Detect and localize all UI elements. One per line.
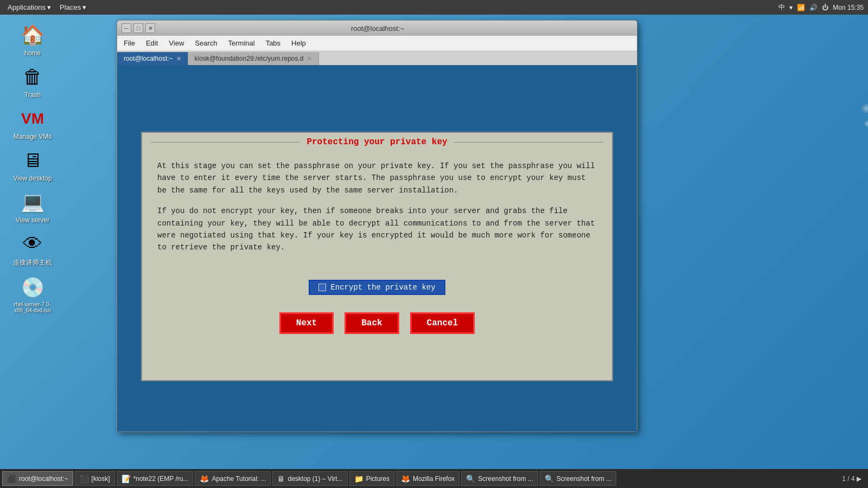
taskbar-terminal-label: root@localhost:~ xyxy=(19,475,68,483)
places-menu[interactable]: Places ▾ xyxy=(56,2,90,12)
taskbar-terminal-icon: ⬛ xyxy=(7,474,16,483)
view-server-icon: 💻 xyxy=(20,189,46,215)
menu-file[interactable]: File xyxy=(119,38,139,48)
topbar-right: 中 ▾ 📶 🔊 ⏻ Mon 15:35 xyxy=(778,3,864,12)
tab-localhost-label: root@localhost:~ xyxy=(124,55,173,62)
power-icon: ⏻ xyxy=(822,4,828,11)
minimize-button[interactable]: ─ xyxy=(122,23,131,33)
applications-menu[interactable]: Applications ▾ xyxy=(4,2,54,12)
cancel-button[interactable]: Cancel xyxy=(410,312,475,334)
topbar: Applications ▾ Places ▾ 中 ▾ 📶 🔊 ⏻ Mon 15… xyxy=(0,0,868,15)
manage-vms-icon: VM xyxy=(20,106,46,132)
taskbar-desktop1-icon: 🖥 xyxy=(277,474,285,483)
iso-icon: 💿 xyxy=(20,274,46,300)
tab-localhost[interactable]: root@localhost:~ ✕ xyxy=(117,52,188,65)
dialog-box: Protecting your private key At this stag… xyxy=(141,132,613,381)
taskbar-desktop1[interactable]: 🖥 desktop (1) – Virt... xyxy=(272,471,347,486)
taskbar-apache-icon: 🦊 xyxy=(200,474,209,483)
taskbar-kiosk[interactable]: ⬛ [kiosk] xyxy=(75,471,115,486)
back-button[interactable]: Back xyxy=(344,312,399,334)
maximize-button[interactable]: □ xyxy=(133,23,143,33)
input-method: 中 xyxy=(778,3,785,12)
terminal-window: ─ □ ✕ root@localhost:~ File Edit View Se… xyxy=(117,20,637,432)
desktop-icon-trash[interactable]: 🗑 Trash xyxy=(5,62,60,101)
dialog-body: At this stage you can set the passphrase… xyxy=(142,151,612,271)
desktop-icon-view-server[interactable]: 💻 View server xyxy=(5,187,60,226)
topbar-arrow: ▾ xyxy=(789,4,793,11)
taskbar-note22-label: *note22 (EMP /ru... xyxy=(133,475,189,483)
trash-label: Trash xyxy=(24,91,41,99)
taskbar-pictures[interactable]: 📁 Pictures xyxy=(349,471,394,486)
menu-view[interactable]: View xyxy=(164,38,188,48)
menu-tabs[interactable]: Tabs xyxy=(261,38,285,48)
desktop-icon-view-desktop[interactable]: 🖥 View desktop xyxy=(5,145,60,184)
terminal-menubar: File Edit View Search Terminal Tabs Help xyxy=(117,36,637,51)
terminal-title: root@localhost:~ xyxy=(155,24,600,33)
title-line-left xyxy=(151,142,300,143)
encrypt-button[interactable]: Encrypt the private key xyxy=(309,280,445,295)
tab-localhost-close[interactable]: ✕ xyxy=(176,55,181,62)
dialog-paragraph1: At this stage you can set the passphrase… xyxy=(157,160,597,196)
connect-teacher-label: 连接讲师主机 xyxy=(13,258,52,267)
places-arrow: ▾ xyxy=(82,3,86,11)
places-label: Places xyxy=(60,3,81,11)
taskbar-note22[interactable]: 📝 *note22 (EMP /ru... xyxy=(117,471,194,486)
view-desktop-label: View desktop xyxy=(13,175,52,182)
taskbar-screenshot2-icon: 🔍 xyxy=(545,474,554,483)
wifi-icon: 📶 xyxy=(797,4,805,11)
datetime: Mon 15:35 xyxy=(833,4,864,11)
taskbar-apache-label: Apache Tutorial: ... xyxy=(212,475,266,483)
volume-icon: 🔊 xyxy=(809,4,818,11)
desktop-icon-iso[interactable]: 💿 rhel-server-7.0-x86_64-dvd.iso xyxy=(5,272,60,316)
window-buttons: ─ □ ✕ xyxy=(122,23,155,33)
taskbar-apache[interactable]: 🦊 Apache Tutorial: ... xyxy=(195,471,271,486)
desktop-icon-connect-teacher[interactable]: 👁 连接讲师主机 xyxy=(5,229,60,269)
tab-kiosk[interactable]: kiosk@foundation29:/etc/yum.repos.d ✕ xyxy=(188,52,319,65)
taskbar-firefox[interactable]: 🦊 Mozilla Firefox xyxy=(396,471,459,486)
menu-help[interactable]: Help xyxy=(287,38,310,48)
deco-circle-1 xyxy=(862,104,868,113)
home-label: home xyxy=(24,49,41,57)
dialog-title-bar: Protecting your private key xyxy=(142,133,612,151)
next-button[interactable]: Next xyxy=(279,312,334,334)
tab-kiosk-label: kiosk@foundation29:/etc/yum.repos.d xyxy=(195,55,304,62)
applications-arrow: ▾ xyxy=(47,3,51,11)
taskbar-firefox-label: Mozilla Firefox xyxy=(413,475,455,483)
taskbar-screenshot2-label: Screenshot from ... xyxy=(557,475,611,483)
close-button[interactable]: ✕ xyxy=(145,23,155,33)
desktop-icon-manage-vms[interactable]: VM Manage VMs xyxy=(5,104,60,143)
menu-edit[interactable]: Edit xyxy=(142,38,162,48)
home-icon: 🏠 xyxy=(20,22,46,48)
menu-search[interactable]: Search xyxy=(190,38,221,48)
taskbar-terminal[interactable]: ⬛ root@localhost:~ xyxy=(2,471,73,486)
taskbar-screenshot1-icon: 🔍 xyxy=(466,474,475,483)
tab-kiosk-close[interactable]: ✕ xyxy=(307,55,312,62)
taskbar-firefox-icon: 🦊 xyxy=(401,474,410,483)
encrypt-row: Encrypt the private key xyxy=(142,280,612,295)
iso-label: rhel-server-7.0-x86_64-dvd.iso xyxy=(8,301,58,313)
desktop-icon-home[interactable]: 🏠 home xyxy=(5,20,60,59)
topbar-left: Applications ▾ Places ▾ xyxy=(4,2,90,12)
taskbar-screenshot1-label: Screenshot from ... xyxy=(478,475,533,483)
dialog-title: Protecting your private key xyxy=(307,137,447,147)
dialog-buttons: Next Back Cancel xyxy=(142,304,612,347)
terminal-tabs: root@localhost:~ ✕ kiosk@foundation29:/e… xyxy=(117,51,637,65)
dialog-paragraph2: If you do not encrypt your key, then if … xyxy=(157,205,597,254)
view-desktop-icon: 🖥 xyxy=(20,147,46,174)
terminal-titlebar: ─ □ ✕ root@localhost:~ xyxy=(117,21,637,36)
connect-teacher-icon: 👁 xyxy=(20,231,46,257)
title-line-right xyxy=(454,142,603,143)
taskbar-kiosk-label: [kiosk] xyxy=(92,475,110,483)
taskbar-screenshot2[interactable]: 🔍 Screenshot from ... xyxy=(540,471,616,486)
view-server-label: View server xyxy=(16,216,49,224)
deco-circle-2 xyxy=(864,120,868,127)
trash-icon: 🗑 xyxy=(20,64,46,90)
taskbar-pictures-icon: 📁 xyxy=(354,474,363,483)
applications-label: Applications xyxy=(8,3,46,11)
taskbar-screenshot1[interactable]: 🔍 Screenshot from ... xyxy=(461,471,538,486)
encrypt-checkbox[interactable] xyxy=(318,284,326,291)
terminal-content: Protecting your private key At this stag… xyxy=(117,65,637,432)
taskbar-note22-icon: 📝 xyxy=(122,474,131,483)
icon-bar: 🏠 home 🗑 Trash VM Manage VMs 🖥 View desk… xyxy=(0,15,65,469)
menu-terminal[interactable]: Terminal xyxy=(224,38,259,48)
